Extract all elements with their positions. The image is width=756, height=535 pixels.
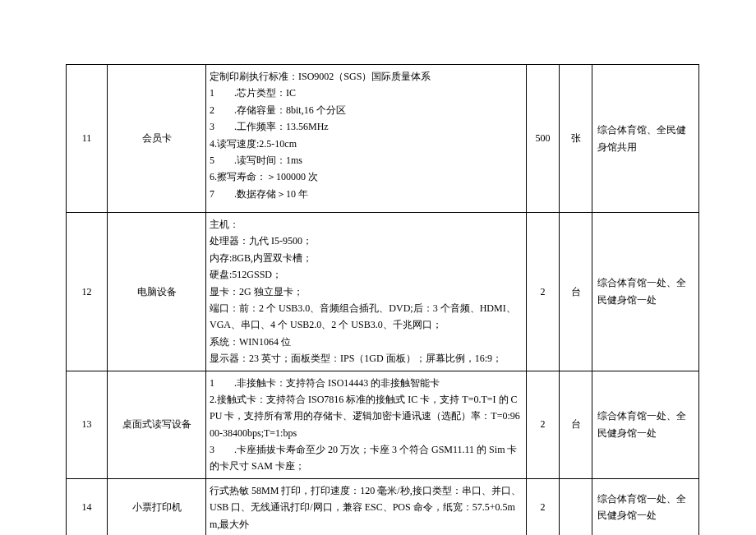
row-index: 12: [67, 213, 108, 371]
table-row: 11会员卡定制印刷执行标准：ISO9002（SGS）国际质量体系1 .芯片类型：…: [67, 65, 699, 213]
item-spec: 定制印刷执行标准：ISO9002（SGS）国际质量体系1 .芯片类型：IC2 .…: [206, 65, 527, 213]
spec-line: 2 .存储容量：8bit,16 个分区: [210, 102, 521, 118]
spec-line: 显卡：2G 独立显卡；: [210, 284, 521, 300]
item-remark: 综合体育馆、全民健身馆共用: [592, 65, 699, 213]
spec-line: 6.擦写寿命：＞100000 次: [210, 168, 521, 185]
spec-line: 系统：WIN1064 位: [210, 334, 521, 350]
row-index: 13: [67, 371, 108, 478]
item-unit: 张: [560, 65, 592, 213]
item-qty: 2: [527, 371, 560, 478]
row-index: 11: [67, 65, 108, 213]
spec-line: 定制印刷执行标准：ISO9002（SGS）国际质量体系: [210, 68, 521, 85]
spec-line: 内存:8GB,内置双卡槽；: [210, 250, 521, 266]
item-spec: 1 .非接触卡：支持符合 ISO14443 的非接触智能卡2.接触式卡：支持符合…: [206, 371, 527, 478]
spec-line: 1 .芯片类型：IC: [210, 85, 521, 101]
item-remark: 综合体育馆一处、全民健身馆一处: [592, 371, 699, 478]
item-qty: 2: [527, 213, 560, 371]
spec-line: 5 .读写时间：1ms: [210, 152, 521, 168]
spec-line: 3 .卡座插拔卡寿命至少 20 万次；卡座 3 个符合 GSM11.11 的 S…: [210, 441, 521, 475]
spec-line: 2.接触式卡：支持符合 ISO7816 标准的接触式 IC 卡，支持 T=0.T…: [210, 391, 521, 441]
table-row: 14小票打印机行式热敏 58MM 打印，打印速度：120 毫米/秒,接口类型：串…: [67, 478, 699, 535]
spec-line: 主机：: [210, 216, 521, 233]
row-index: 14: [67, 478, 108, 535]
spec-line: 7 .数据存储＞10 年: [210, 186, 521, 202]
item-name: 电脑设备: [108, 213, 206, 371]
spec-line: 硬盘:512GSSD；: [210, 266, 521, 283]
item-remark: 综合体育馆一处、全民健身馆一处: [592, 213, 699, 371]
item-unit: 台: [560, 213, 592, 371]
item-name: 桌面式读写设备: [108, 371, 206, 478]
item-unit: [560, 478, 592, 535]
table-row: 12电脑设备主机：处理器：九代 I5-9500；内存:8GB,内置双卡槽；硬盘:…: [67, 213, 699, 371]
spec-table: 11会员卡定制印刷执行标准：ISO9002（SGS）国际质量体系1 .芯片类型：…: [66, 64, 699, 535]
spec-table-container: 11会员卡定制印刷执行标准：ISO9002（SGS）国际质量体系1 .芯片类型：…: [66, 64, 698, 535]
spec-line: 3 .工作频率：13.56MHz: [210, 118, 521, 135]
table-row: 13桌面式读写设备1 .非接触卡：支持符合 ISO14443 的非接触智能卡2.…: [67, 371, 699, 478]
spec-line: 1 .非接触卡：支持符合 ISO14443 的非接触智能卡: [210, 375, 521, 391]
item-qty: 500: [527, 65, 560, 213]
spec-line: 显示器：23 英寸；面板类型：IPS（1GD 面板）；屏幕比例，16:9；: [210, 350, 521, 367]
spec-line: 行式热敏 58MM 打印，打印速度：120 毫米/秒,接口类型：串口、并口、US…: [210, 482, 521, 533]
spec-line: 端口：前：2 个 USB3.0、音频组合插孔、DVD;后：3 个音频、HDMI、…: [210, 300, 521, 334]
spec-line: 处理器：九代 I5-9500；: [210, 233, 521, 249]
item-spec: 行式热敏 58MM 打印，打印速度：120 毫米/秒,接口类型：串口、并口、US…: [206, 478, 527, 535]
item-qty: 2: [527, 478, 560, 535]
item-name: 小票打印机: [108, 478, 206, 535]
item-unit: 台: [560, 371, 592, 478]
item-remark: 综合体育馆一处、全民健身馆一处: [592, 478, 699, 535]
item-name: 会员卡: [108, 65, 206, 213]
spec-line: 4.读写速度:2.5-10cm: [210, 136, 521, 152]
item-spec: 主机：处理器：九代 I5-9500；内存:8GB,内置双卡槽；硬盘:512GSS…: [206, 213, 527, 371]
